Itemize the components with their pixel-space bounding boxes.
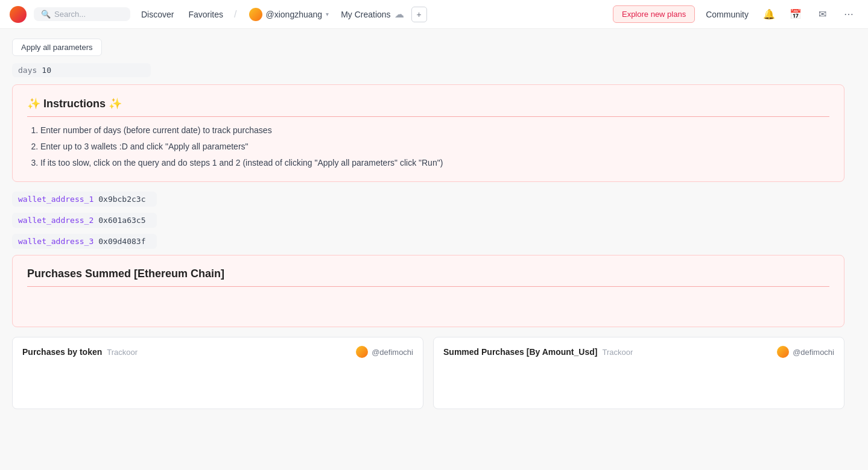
instructions-text: Instructions [43,98,106,110]
user-menu[interactable]: @xiongzhuang ▾ [244,5,334,24]
purchases-by-token-card: Purchases by token Trackoor @defimochi [12,337,423,409]
card-username: @defimochi [793,348,834,357]
instructions-title: ✨ Instructions ✨ [27,97,829,117]
main-content: Apply all parameters days 10 ✨ Instructi… [0,29,857,419]
favorites-link[interactable]: Favorites [185,7,227,22]
instructions-list: Enter number of days (before current dat… [27,124,829,169]
new-tab-button[interactable]: + [411,7,427,22]
card-title-row: Summed Purchases [By Amount_Usd] Trackoo… [443,347,633,357]
nav-divider: / [234,9,236,20]
search-placeholder: Search... [54,10,86,19]
top-navigation: 🔍 Search... Discover Favorites / @xiongz… [0,0,868,29]
share-icon[interactable]: ✉ [813,5,832,24]
card-user: @defimochi [777,346,834,358]
card-subtitle: Trackoor [602,348,633,357]
bottom-cards-row: Purchases by token Trackoor @defimochi S… [12,337,844,409]
card-avatar [777,346,789,358]
search-icon: 🔍 [41,10,51,19]
summed-purchases-card: Summed Purchases [By Amount_Usd] Trackoo… [433,337,844,409]
sparkle-right-icon: ✨ [109,98,122,110]
explore-plans-button[interactable]: Explore new plans [613,5,695,23]
purchases-card-title: Purchases Summed [Ethereum Chain] [27,268,829,287]
sparkle-left-icon: ✨ [27,98,40,110]
chevron-down-icon: ▾ [326,11,329,17]
wallet-value[interactable]: 0x9bcb2c3c [98,195,145,204]
purchases-summed-card: Purchases Summed [Ethereum Chain] [12,255,844,327]
card-header: Summed Purchases [By Amount_Usd] Trackoo… [443,346,834,358]
days-parameter-row: days 10 [12,63,151,77]
wallet-label: wallet_address_1 [18,195,93,204]
app-logo[interactable] [10,6,27,23]
more-options-icon[interactable]: ⋯ [839,5,858,24]
card-header: Purchases by token Trackoor @defimochi [22,346,413,358]
wallet-label: wallet_address_2 [18,216,93,225]
days-param-value[interactable]: 10 [42,66,51,75]
apply-all-button[interactable]: Apply all parameters [12,39,102,56]
username-label: @xiongzhuang [266,10,323,19]
wallet-value[interactable]: 0x601a63c5 [98,216,145,225]
card-title-row: Purchases by token Trackoor [22,347,138,357]
list-item: If its too slow, click on the query and … [40,157,829,169]
notifications-icon[interactable]: 🔔 [759,5,779,24]
my-creations-section: My Creations ☁ [341,8,404,20]
search-box[interactable]: 🔍 Search... [34,7,130,21]
list-item: Enter number of days (before current dat… [40,124,829,137]
wallet-rows: wallet_address_10x9bcb2c3cwallet_address… [12,192,844,249]
card-username: @defimochi [372,348,413,357]
card-avatar [356,346,368,358]
card-subtitle: Trackoor [107,348,138,357]
wallet-address-row[interactable]: wallet_address_10x9bcb2c3c [12,192,157,207]
list-item: Enter up to 3 wallets :D and click "Appl… [40,140,829,153]
card-title: Summed Purchases [By Amount_Usd] [443,347,597,357]
card-user: @defimochi [356,346,413,358]
cloud-icon: ☁ [394,8,404,20]
wallet-value[interactable]: 0x09d4083f [98,237,145,246]
my-creations-link[interactable]: My Creations [341,10,390,19]
avatar [249,8,262,21]
wallet-address-row[interactable]: wallet_address_30x09d4083f [12,234,157,249]
days-param-label: days [18,66,37,75]
community-link[interactable]: Community [702,7,752,22]
card-title: Purchases by token [22,347,102,357]
instructions-card: ✨ Instructions ✨ Enter number of days (b… [12,84,844,182]
wallet-address-row[interactable]: wallet_address_20x601a63c5 [12,213,157,228]
wallet-label: wallet_address_3 [18,237,93,246]
calendar-icon[interactable]: 📅 [786,5,805,24]
discover-link[interactable]: Discover [138,7,177,22]
